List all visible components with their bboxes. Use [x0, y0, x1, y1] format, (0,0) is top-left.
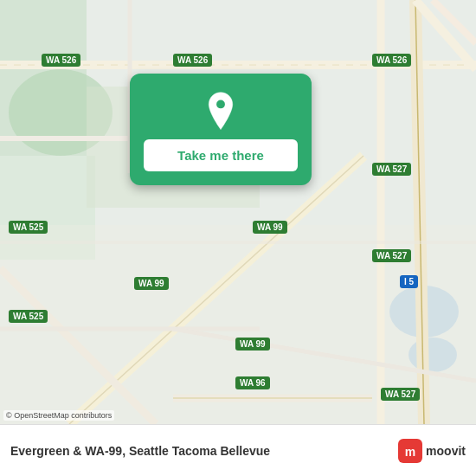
road-label-wa525: WA 525 [9, 221, 48, 234]
road-label-wa99-b: WA 99 [134, 277, 169, 290]
osm-attribution: © OpenStreetMap contributors [3, 410, 114, 421]
road-label-wa526-mid: WA 526 [173, 54, 212, 67]
map-container: WA 526 WA 526 WA 526 WA 527 WA 527 WA 99… [0, 0, 476, 424]
road-label-wa525b: WA 525 [9, 310, 48, 323]
info-text: Evergreen & WA-99, Seattle Tacoma Bellev… [10, 444, 398, 458]
moovit-label: moovit [426, 444, 466, 458]
location-pin-icon [200, 91, 241, 132]
road-label-i5: I 5 [400, 275, 418, 288]
road-label-wa527c: WA 527 [381, 388, 420, 401]
road-label-wa526-right: WA 526 [372, 54, 411, 67]
road-label-wa527: WA 527 [372, 163, 411, 176]
road-label-wa99-mid: WA 99 [253, 221, 287, 234]
road-label-wa96: WA 96 [235, 376, 270, 389]
moovit-logo-icon: m [398, 439, 422, 463]
take-me-there-button[interactable]: Take me there [144, 139, 298, 171]
road-label-wa527b: WA 527 [372, 249, 411, 262]
road-label-wa526-left: WA 526 [42, 54, 80, 67]
info-title: Evergreen & WA-99, Seattle Tacoma Bellev… [10, 444, 398, 458]
popup-card: Take me there [130, 74, 312, 185]
moovit-logo: m moovit [398, 439, 466, 463]
svg-text:m: m [405, 445, 415, 459]
road-label-wa99-c: WA 99 [235, 338, 270, 351]
svg-point-25 [215, 99, 226, 109]
info-bar: Evergreen & WA-99, Seattle Tacoma Bellev… [0, 424, 476, 476]
